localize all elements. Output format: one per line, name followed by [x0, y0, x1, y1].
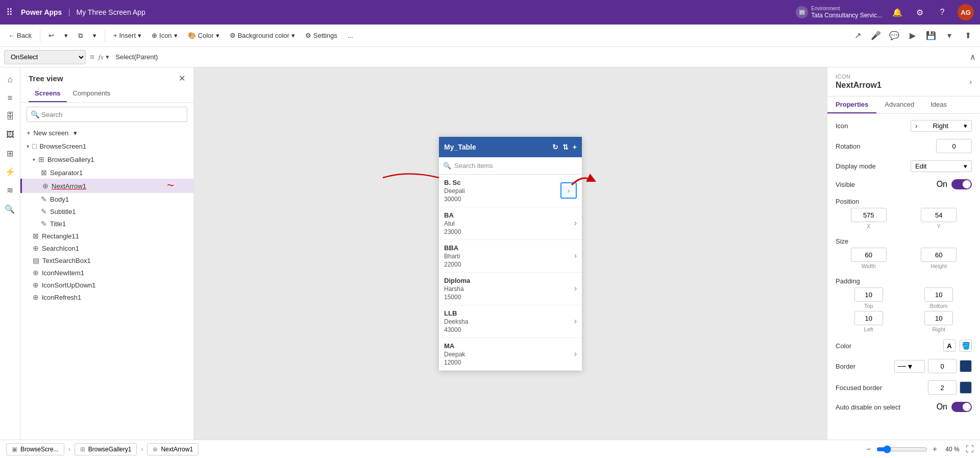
canvas-area[interactable]: My_Table ↻ ⇅ + 🔍 Search items B. Sc Deep… — [194, 67, 827, 440]
property-selector[interactable]: OnSelect — [4, 50, 86, 64]
undo-dropdown-button[interactable]: ▾ — [60, 28, 72, 44]
settings-toolbar-button[interactable]: ⚙ Settings — [301, 28, 341, 44]
tree-item-icon-sort[interactable]: ⊕ IconSortUpDown1 — [20, 279, 193, 291]
size-height-input[interactable] — [921, 248, 957, 262]
formula-input[interactable] — [113, 50, 966, 64]
undo-button[interactable]: ↩ — [44, 28, 58, 44]
list-item-0[interactable]: B. Sc Deepali 30000 › — [439, 175, 582, 207]
focused-border-input[interactable] — [928, 380, 957, 395]
text-search-icon: ▤ — [33, 256, 39, 264]
rotation-input[interactable] — [936, 139, 972, 153]
more-button[interactable]: ... — [344, 28, 357, 44]
breadcrumb-3[interactable]: ⊕ NextArrow1 — [147, 443, 199, 455]
text-color-icon[interactable]: A — [943, 340, 955, 352]
settings-icon[interactable]: ⚙ — [913, 5, 927, 19]
zoom-plus-button[interactable]: + — [930, 444, 939, 455]
tree-item-icon-new[interactable]: ⊕ IconNewItem1 — [20, 267, 193, 279]
color-button[interactable]: 🎨 Color ▾ — [184, 28, 224, 44]
padding-top-input[interactable] — [854, 287, 883, 302]
list-item-3[interactable]: Diploma Harsha 15000 › — [439, 273, 582, 305]
red-underline-indicator: 〜 — [167, 181, 174, 190]
nav-components-icon[interactable]: ⊞ — [2, 145, 18, 161]
tab-ideas[interactable]: Ideas — [922, 97, 955, 113]
nav-variables-icon[interactable]: ≋ — [2, 182, 18, 198]
border-value-input[interactable] — [928, 359, 957, 373]
notifications-icon[interactable]: 🔔 — [890, 5, 904, 19]
save-icon[interactable]: 💾 — [923, 28, 939, 44]
tree-item-title1[interactable]: ✎ Title1 — [20, 218, 193, 230]
nav-media-icon[interactable]: 🖼 — [2, 127, 18, 143]
fill-color-icon[interactable]: 🪣 — [960, 340, 972, 352]
nav-home-icon[interactable]: ⌂ — [2, 71, 18, 88]
breadcrumb-2[interactable]: ⊞ BrowseGallery1 — [75, 443, 137, 455]
mic-icon[interactable]: 🎤 — [868, 28, 884, 44]
share-icon[interactable]: ↗ — [849, 28, 866, 44]
bg-color-button[interactable]: ⚙ Background color ▾ — [226, 28, 299, 44]
add-header-icon[interactable]: + — [573, 143, 577, 151]
tree-item-gallery[interactable]: ▾ ⊞ BrowseGallery1 ⋯ — [20, 152, 193, 166]
nav-treeview-icon[interactable]: ≡ — [2, 90, 18, 106]
nav-search-icon[interactable]: 🔍 — [0, 200, 20, 218]
back-button[interactable]: ← Back — [4, 28, 36, 44]
icon-button[interactable]: ⊕ Icon ▾ — [148, 28, 182, 44]
padding-left-input[interactable] — [854, 311, 883, 325]
panel-expand-icon[interactable]: › — [969, 78, 972, 86]
visible-toggle-switch[interactable] — [951, 179, 972, 189]
app-search-bar[interactable]: 🔍 Search items — [439, 157, 582, 175]
tab-components[interactable]: Components — [67, 87, 117, 102]
nav-power-automate-icon[interactable]: ⚡ — [2, 163, 18, 180]
list-item-4[interactable]: LLB Deeksha 43000 › — [439, 305, 582, 338]
user-avatar[interactable]: AG — [958, 4, 974, 20]
tab-advanced[interactable]: Advanced — [876, 97, 922, 113]
size-width-input[interactable] — [851, 248, 887, 262]
zoom-minus-button[interactable]: − — [864, 444, 873, 455]
toolbar-right: ↗ 🎤 💬 ▶ 💾 ▾ ⬆ — [849, 28, 976, 44]
tree-item-next-arrow[interactable]: ⊕ NextArrow1 〜 ⋯ — [20, 179, 193, 193]
list-item-5[interactable]: MA Deepak 12000 › — [439, 338, 582, 371]
play-icon[interactable]: ▶ — [904, 28, 921, 44]
border-color-swatch[interactable] — [960, 360, 972, 372]
search-input[interactable] — [27, 107, 187, 122]
zoom-slider[interactable] — [876, 445, 927, 453]
list-item-1[interactable]: BA Atul 23000 › — [439, 207, 582, 240]
tree-item-icon-refresh[interactable]: ⊕ IconRefresh1 — [20, 291, 193, 303]
display-mode-dropdown[interactable]: Edit ▾ — [911, 160, 972, 172]
fullscreen-button[interactable]: ⛶ — [966, 445, 974, 454]
new-screen-button[interactable]: + New screen ▾ — [20, 126, 193, 140]
fx-chevron-icon: ▾ — [106, 53, 109, 61]
tree-item-body[interactable]: ✎ Body1 — [20, 193, 193, 205]
tab-screens[interactable]: Screens — [29, 87, 67, 102]
insert-button[interactable]: + Insert ▾ — [109, 28, 145, 44]
auto-disable-switch[interactable] — [951, 402, 972, 412]
nav-data-icon[interactable]: 🗄 — [2, 108, 18, 125]
tree-item-separator[interactable]: ⊠ Separator1 — [20, 166, 193, 179]
apps-grid-icon[interactable]: ⠿ — [6, 7, 13, 18]
icon-value-dropdown[interactable]: › Right ▾ — [911, 120, 972, 132]
padding-bottom-input[interactable] — [924, 287, 953, 302]
publish-icon[interactable]: ⬆ — [960, 28, 976, 44]
tab-properties[interactable]: Properties — [827, 97, 876, 113]
refresh-header-icon[interactable]: ↻ — [552, 143, 558, 151]
position-y-input[interactable] — [921, 208, 957, 222]
comment-icon[interactable]: 💬 — [886, 28, 902, 44]
icon-right-symbol: › — [915, 122, 917, 130]
formula-collapse-icon[interactable]: ∧ — [970, 52, 976, 62]
tree-item-subtitle[interactable]: ✎ Subtitle1 — [20, 205, 193, 218]
border-style-dropdown[interactable]: — ▾ — [894, 360, 925, 373]
paste-dropdown-button[interactable]: ▾ — [89, 28, 101, 44]
fx-button[interactable]: 𝑓𝑥 ▾ — [99, 53, 109, 61]
position-x-input[interactable] — [851, 208, 887, 222]
copy-button[interactable]: ⧉ — [74, 28, 87, 44]
tree-item-rectangle[interactable]: ⊠ Rectangle11 — [20, 230, 193, 242]
tree-item-search-icon[interactable]: ⊕ SearchIcon1 — [20, 242, 193, 254]
tree-item-text-search[interactable]: ▤ TextSearchBox1 — [20, 254, 193, 267]
sort-header-icon[interactable]: ⇅ — [562, 143, 569, 151]
tree-item-browse-screen[interactable]: ▾ □ BrowseScreen1 — [20, 140, 193, 152]
focused-border-color-swatch[interactable] — [960, 381, 972, 394]
tree-close-button[interactable]: ✕ — [179, 74, 185, 83]
help-icon[interactable]: ? — [935, 5, 949, 19]
breadcrumb-1[interactable]: ▣ BrowseScre... — [6, 443, 64, 455]
list-item-2[interactable]: BBA Bharti 22000 › — [439, 240, 582, 273]
toolbar-chevron-down-icon[interactable]: ▾ — [941, 28, 958, 44]
padding-right-input[interactable] — [924, 311, 953, 325]
